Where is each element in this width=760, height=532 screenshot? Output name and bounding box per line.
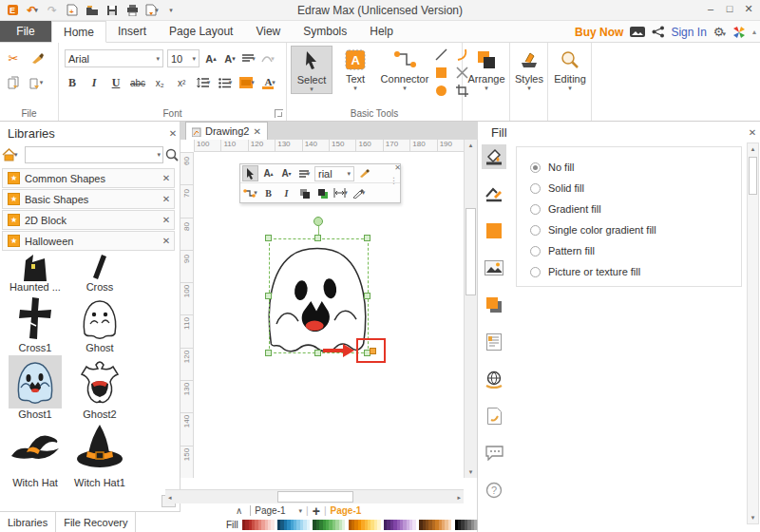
mini-send-backward-icon[interactable] [314,185,331,201]
selection-handle-sw[interactable] [265,350,272,356]
tab-home[interactable]: Home [51,21,106,43]
format-painter-icon[interactable] [30,50,46,66]
page-properties-icon[interactable] [482,330,506,354]
copy-icon[interactable] [6,75,21,90]
tab-libraries[interactable]: Libraries [0,512,56,532]
shape-ghost1[interactable]: Ghost1 [6,355,65,420]
search-icon[interactable] [165,148,179,162]
close-button[interactable]: ✕ [739,0,758,17]
shadow-icon[interactable] [482,293,506,317]
active-page-tab[interactable]: Page-1 [331,505,362,516]
library-section-bar[interactable]: ★ 2D Block ✕ [2,210,175,230]
horizontal-scrollbar[interactable]: ◂ ▸ [165,489,464,504]
shrink-font-button[interactable]: A▾ [222,51,238,66]
library-section-bar[interactable]: ★ Halloween ✕ [2,231,175,251]
mini-grow-font-button[interactable]: A▴ [260,165,276,181]
subscript-button[interactable]: x₂ [152,75,167,90]
mini-toolbar-close-icon[interactable]: ✕ [394,163,401,172]
align-text-button[interactable]: ▾ [241,51,256,66]
mini-italic-button[interactable]: I [278,185,294,201]
library-section-bar[interactable]: ★ Basic Shapes ✕ [2,189,175,209]
attachment-icon[interactable] [482,404,506,428]
mini-toolbar-grip[interactable]: ⋮ [390,176,398,185]
font-name-combo[interactable]: Arial▾ [65,49,163,67]
editing-button[interactable]: Editing▾ [549,46,591,92]
fill-scroll-up-icon[interactable]: ▴ [748,145,758,153]
comment-icon[interactable] [482,441,506,466]
fill-option-solid-fill[interactable]: Solid fill [530,178,741,199]
strikethrough-button[interactable]: abc [130,75,145,90]
library-home-icon[interactable]: ▾ [2,146,23,163]
library-search-input[interactable]: ▾ [25,146,163,163]
selection-handle-s[interactable] [314,350,321,356]
selection-handle-nw[interactable] [265,235,272,241]
bullets-button[interactable]: ▾ [218,75,233,90]
print-button[interactable] [124,3,141,18]
mini-pen-icon[interactable]: ▾ [351,185,367,201]
shape-ghost2[interactable]: Ghost2 [70,355,129,420]
library-section-bar[interactable]: ★ Common Shapes ✕ [2,168,175,188]
fill-bucket-icon[interactable] [482,144,506,169]
connector-tool-button[interactable]: Connector▾ [378,46,431,92]
library-section-close-icon[interactable]: ✕ [159,173,174,183]
mini-font-combo[interactable]: rial▾ [314,166,354,181]
mini-bold-button[interactable]: B [260,185,276,201]
superscript-button[interactable]: x² [174,75,189,90]
customize-toolbar-button[interactable]: ▾ [163,3,180,18]
page-dropdown-icon[interactable]: ▾ [299,507,303,515]
mini-format-painter-icon[interactable] [356,165,372,181]
tab-help[interactable]: Help [358,21,405,42]
help-icon[interactable]: ? [482,478,506,503]
paste-icon[interactable]: ▾ [28,75,44,90]
fill-scroll-down-icon[interactable]: ▾ [748,514,758,522]
mini-shrink-font-button[interactable]: A▾ [278,165,294,181]
line-tool-icon[interactable] [435,48,448,61]
line-spacing-button[interactable]: ▾ [196,75,211,90]
rectangle-tool-icon[interactable] [435,66,448,79]
fill-option-picture-or-texture-fill[interactable]: Picture or texture fill [530,261,741,282]
screenshot-icon[interactable] [630,26,645,38]
arrange-button[interactable]: Arrange▾ [466,46,507,92]
selection-handle-e[interactable] [364,293,370,299]
collapse-ribbon-icon[interactable]: ▴ [752,28,756,36]
library-section-close-icon[interactable]: ✕ [159,236,174,246]
tab-symbols[interactable]: Symbols [292,21,358,42]
radio-icon[interactable] [530,246,541,256]
bold-button[interactable]: B [65,75,80,90]
selection-handle-n[interactable] [314,235,321,241]
horizontal-scroll-thumb[interactable] [277,491,353,503]
radio-icon[interactable] [530,204,541,215]
shape-cross[interactable]: Cross [70,253,129,294]
grow-font-button[interactable]: A▴ [203,51,218,66]
brand-pinwheel-icon[interactable] [732,26,746,39]
minimize-button[interactable]: – [701,0,720,17]
selection-handle-w[interactable] [265,293,272,299]
tab-file[interactable]: File [0,21,51,42]
text-arc-button[interactable]: ▾ [260,51,276,66]
mini-align-button[interactable]: ▾ [296,165,313,181]
share-icon[interactable] [652,26,664,38]
pages-collapse-icon[interactable]: ∧ [236,505,242,516]
drawing-tab[interactable]: Drawing2 ✕ [185,122,268,140]
underline-button[interactable]: U [108,75,124,90]
settings-gear-icon[interactable]: ⚙▾ [713,25,726,39]
radio-icon[interactable] [530,183,541,194]
redo-button[interactable]: ↷ [44,3,61,18]
mini-connector-icon[interactable]: ▾ [242,185,258,201]
control-point-handle[interactable] [370,348,376,354]
scroll-left-icon[interactable]: ◂ [168,494,172,502]
italic-button[interactable]: I [86,75,102,90]
picture-icon[interactable] [482,256,506,280]
shape-witch-hat[interactable]: Witch Hat [6,420,65,494]
fill-option-no-fill[interactable]: No fill [530,157,741,178]
font-dialog-launcher[interactable] [275,109,283,118]
fill-option-pattern-fill[interactable]: Pattern fill [530,240,741,261]
save-button[interactable] [104,3,121,18]
line-style-icon[interactable] [482,181,506,206]
libraries-close-icon[interactable]: ✕ [165,128,180,139]
vertical-scrollbar[interactable]: ▴ ▾ [464,140,477,478]
export-button[interactable]: ▾ [143,3,161,18]
tab-page-layout[interactable]: Page Layout [158,21,244,42]
maximize-button[interactable]: □ [720,0,739,17]
radio-icon[interactable] [530,267,541,277]
